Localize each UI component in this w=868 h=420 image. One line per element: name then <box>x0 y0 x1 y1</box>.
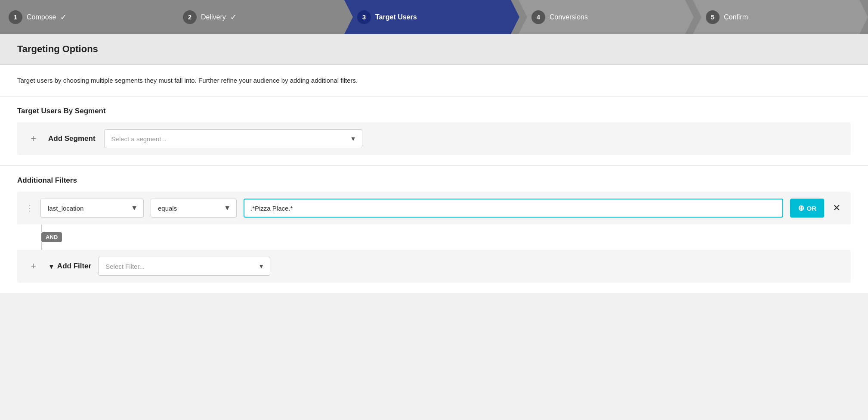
or-button-label: OR <box>807 205 817 212</box>
step-5-label: Confirm <box>724 13 748 21</box>
step-3-target-users[interactable]: 3 Target Users <box>344 0 519 34</box>
filter-operator-select[interactable]: equals <box>151 199 237 218</box>
and-badge[interactable]: AND <box>41 232 62 242</box>
filter-attribute-select[interactable]: last_location <box>40 199 144 218</box>
filter-operator-wrapper: equals ▼ <box>151 199 237 218</box>
drag-handle-icon[interactable]: ⋮ <box>26 203 34 213</box>
add-segment-label: Add Segment <box>48 134 96 143</box>
segment-section: Target Users By Segment + Add Segment Se… <box>0 96 868 166</box>
and-line-top <box>41 224 42 232</box>
step-5-number: 5 <box>706 10 720 24</box>
or-plus-icon: ⊕ <box>798 203 804 213</box>
section-header: Targeting Options <box>0 34 868 65</box>
step-2-label: Delivery <box>201 13 226 21</box>
remove-filter-button[interactable]: ✕ <box>831 203 842 213</box>
step-2-check: ✓ <box>230 12 237 22</box>
filter-funnel-icon: ▼ <box>48 263 55 270</box>
description-text: Target users by choosing multiple segmen… <box>0 65 868 96</box>
segment-select-wrapper: Select a segment... ▼ <box>104 129 362 148</box>
filter-attribute-wrapper: last_location ▼ <box>40 199 144 218</box>
add-filter-select[interactable]: Select Filter... <box>98 257 270 276</box>
and-line-bottom <box>41 242 42 250</box>
step-2-number: 2 <box>183 10 197 24</box>
segment-select[interactable]: Select a segment... <box>104 129 362 148</box>
add-segment-plus-icon[interactable]: + <box>26 131 41 146</box>
add-filter-row: + ▼ Add Filter Select Filter... ▼ <box>17 250 851 283</box>
step-3-label: Target Users <box>375 13 417 21</box>
add-segment-row: + Add Segment Select a segment... ▼ <box>17 122 851 155</box>
segment-section-title: Target Users By Segment <box>17 107 851 115</box>
or-button[interactable]: ⊕ OR <box>790 199 825 218</box>
filter-row-1: ⋮ last_location ▼ equals ▼ ⊕ OR ✕ <box>17 192 851 224</box>
step-1-number: 1 <box>9 10 22 24</box>
add-filter-label: ▼ Add Filter <box>48 262 91 271</box>
step-1-check: ✓ <box>60 12 67 22</box>
section-title: Targeting Options <box>17 44 851 55</box>
step-2-delivery[interactable]: 2 Delivery ✓ <box>170 0 345 34</box>
step-4-number: 4 <box>531 10 545 24</box>
filters-section-title: Additional Filters <box>17 176 851 185</box>
step-1-label: Compose <box>27 13 56 21</box>
filter-value-input[interactable] <box>244 199 783 218</box>
stepper: 1 Compose ✓ 2 Delivery ✓ 3 Target Users … <box>0 0 868 34</box>
step-4-label: Conversions <box>550 13 588 21</box>
add-filter-plus-icon[interactable]: + <box>26 258 41 274</box>
and-connector-area: AND <box>17 224 851 250</box>
main-content: Targeting Options Target users by choosi… <box>0 34 868 293</box>
step-4-conversions[interactable]: 4 Conversions <box>519 0 694 34</box>
filters-section: Additional Filters ⋮ last_location ▼ equ… <box>0 166 868 293</box>
step-3-number: 3 <box>357 10 371 24</box>
step-5-confirm[interactable]: 5 Confirm <box>693 0 868 34</box>
step-1-compose[interactable]: 1 Compose ✓ <box>0 0 171 34</box>
add-filter-select-wrapper: Select Filter... ▼ <box>98 257 270 276</box>
